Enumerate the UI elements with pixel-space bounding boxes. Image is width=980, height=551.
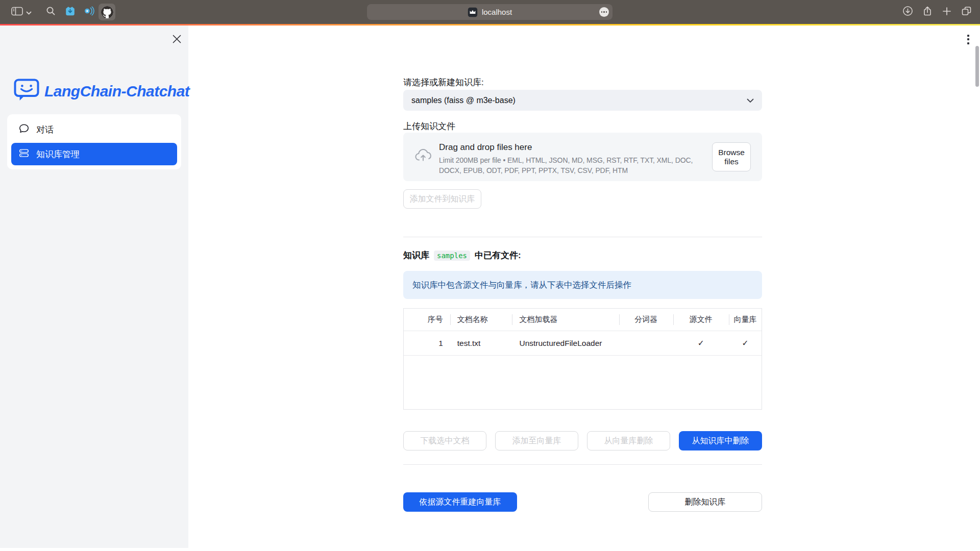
table-header-cell: 源文件: [673, 309, 729, 331]
cell-source-file-check: ✓: [673, 331, 729, 355]
sidebar-toggle-button[interactable]: [9, 4, 34, 20]
kb-selectbox[interactable]: samples (faiss @ m3e-base): [403, 90, 762, 111]
extension-cat-catch-button[interactable]: [62, 4, 78, 20]
share-icon: [922, 6, 933, 18]
files-table: 序号 文档名称 文档加载器 分词器 源文件 向量库 1 test.txt Uns…: [403, 308, 762, 410]
sidebar-toggle-icon: [11, 7, 23, 18]
extension-circles-button[interactable]: [81, 4, 96, 20]
table-action-buttons: 下载选中文档 添加至向量库 从向量库删除 从知识库中删除: [403, 431, 762, 450]
scrollbar-thumb[interactable]: [975, 46, 979, 87]
download-selected-button[interactable]: 下载选中文档: [403, 431, 486, 450]
add-to-vector-store-button[interactable]: 添加至向量库: [495, 431, 578, 450]
chevron-down-icon: [747, 96, 754, 105]
table-row[interactable]: 1 test.txt UnstructuredFileLoader ✓ ✓: [404, 331, 762, 356]
site-favicon: [468, 7, 478, 17]
chevron-down-icon: [26, 8, 32, 17]
cell-splitter: [619, 331, 673, 355]
share-button[interactable]: [921, 4, 934, 20]
cell-index: 1: [404, 331, 450, 355]
dropzone-limit-text: Limit 200MB per file • EML, HTML, JSON, …: [439, 155, 709, 176]
file-dropzone[interactable]: Drag and drop files here Limit 200MB per…: [403, 133, 762, 181]
info-banner: 知识库中包含源文件与向量库，请从下表中选择文件后操作: [403, 271, 762, 299]
page-options-button[interactable]: [599, 7, 609, 17]
extension-github-button[interactable]: [99, 4, 115, 20]
downloads-button[interactable]: [901, 4, 914, 20]
sidebar-item-label: 知识库管理: [36, 148, 80, 160]
tab-overview-button[interactable]: [959, 4, 973, 20]
search-icon: [46, 6, 56, 18]
kb-selectbox-value: samples (faiss @ m3e-base): [411, 96, 747, 105]
dropzone-title: Drag and drop files here: [439, 142, 532, 153]
address-bar[interactable]: localhost: [367, 4, 612, 20]
cat-catch-icon: [64, 6, 76, 18]
sidebar-item-chat[interactable]: 对话: [11, 118, 177, 141]
logo-chat-bubble-icon: [14, 79, 39, 104]
concentric-circles-icon: [83, 6, 94, 18]
sidebar-item-kb-management[interactable]: 知识库管理: [11, 143, 177, 165]
table-header-cell: 文档名称: [450, 309, 512, 331]
table-header-cell: 向量库: [729, 309, 762, 331]
table-header-cell: 文档加载器: [512, 309, 619, 331]
search-button[interactable]: [43, 4, 58, 20]
add-files-to-kb-button[interactable]: 添加文件到知识库: [403, 189, 481, 209]
divider: [403, 237, 762, 237]
chat-bubble-icon: [18, 123, 30, 137]
url-text: localhost: [482, 8, 512, 16]
tabs-icon: [961, 6, 972, 18]
kb-files-heading: 知识库 samples 中已有文件:: [403, 249, 521, 261]
app-menu-button[interactable]: [963, 32, 974, 47]
kb-heading-suffix: 中已有文件:: [475, 249, 521, 261]
upload-label: 上传知识文件: [403, 120, 762, 132]
app-logo: LangChain-Chatchat: [14, 79, 189, 104]
kb-heading-prefix: 知识库: [403, 249, 429, 261]
plus-icon: [942, 7, 951, 18]
new-tab-button[interactable]: [940, 4, 953, 20]
delete-kb-button[interactable]: 删除知识库: [648, 492, 762, 512]
github-icon: [101, 6, 113, 18]
sidebar: LangChain-Chatchat 对话 知识库管理: [0, 26, 188, 548]
close-icon: [172, 34, 182, 46]
cell-doc-name: test.txt: [450, 331, 512, 355]
kb-select-label: 请选择或新建知识库:: [403, 77, 762, 88]
kb-name-code: samples: [434, 251, 470, 261]
download-icon: [902, 6, 913, 18]
logo-text: LangChain-Chatchat: [44, 83, 189, 100]
browser-toolbar: localhost: [0, 0, 980, 24]
table-header-row: 序号 文档名称 文档加载器 分词器 源文件 向量库: [404, 309, 762, 331]
close-sidebar-button[interactable]: [169, 33, 184, 47]
cell-doc-loader: UnstructuredFileLoader: [512, 331, 619, 355]
delete-from-vector-store-button[interactable]: 从向量库删除: [587, 431, 670, 450]
delete-from-kb-button[interactable]: 从知识库中删除: [679, 431, 762, 450]
table-header-cell: 分词器: [619, 309, 673, 331]
browse-files-button[interactable]: Browse files: [712, 142, 751, 171]
cloud-upload-icon: [413, 147, 433, 165]
stacked-database-icon: [18, 147, 30, 161]
sidebar-nav: 对话 知识库管理: [7, 114, 181, 169]
cell-vector-store-check: ✓: [729, 331, 762, 355]
table-header-cell: 序号: [404, 309, 450, 331]
divider: [403, 464, 762, 465]
rebuild-vector-store-button[interactable]: 依据源文件重建向量库: [403, 492, 517, 512]
sidebar-item-label: 对话: [36, 124, 54, 136]
